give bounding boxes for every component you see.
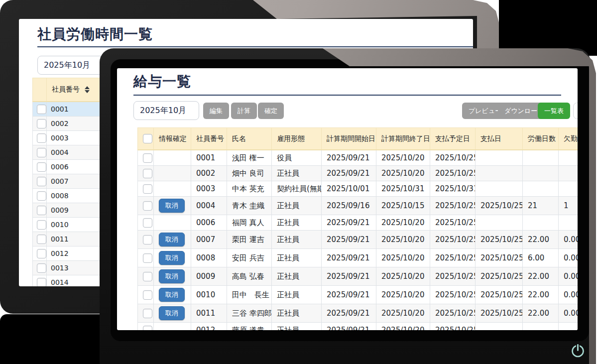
- row-checkbox[interactable]: [37, 119, 46, 128]
- cancel-button[interactable]: 取消: [159, 199, 185, 213]
- employee-name: 田中 長生: [227, 286, 272, 304]
- backdrop-dark-bottomleft: [0, 314, 101, 364]
- row-checkbox[interactable]: [143, 218, 152, 228]
- cancel-cell: [154, 323, 191, 331]
- header-4[interactable]: 計算期間開始日: [322, 128, 376, 150]
- calc-period-start: 2025/09/21: [322, 231, 376, 249]
- cancel-button[interactable]: 取消: [159, 269, 185, 283]
- header-3[interactable]: 雇用形態: [272, 128, 322, 150]
- cancel-button[interactable]: 取消: [159, 251, 185, 265]
- cancel-button[interactable]: 取消: [159, 288, 185, 302]
- checkbox-cell: [33, 145, 47, 160]
- row-checkbox[interactable]: [37, 263, 46, 273]
- row-checkbox[interactable]: [143, 272, 152, 281]
- row-checkbox[interactable]: [143, 309, 152, 318]
- header-9[interactable]: 欠勤日数: [559, 128, 578, 150]
- checkbox-cell: [33, 160, 47, 174]
- paid-date: [476, 323, 523, 331]
- planned-pay-date: 2025/10/31: [430, 181, 476, 197]
- header-5[interactable]: 計算期間終了日: [376, 128, 430, 150]
- checkbox-cell: [138, 215, 154, 231]
- work-days: 22.00: [523, 267, 559, 286]
- row-checkbox[interactable]: [143, 253, 152, 263]
- table-row: 0003中本 英充契約社員(無期)2025/10/012025/10/31202…: [138, 181, 578, 197]
- employment-type: 正社員: [272, 286, 322, 304]
- header-1[interactable]: 社員番号: [191, 128, 227, 150]
- absent-days: [559, 181, 578, 197]
- row-checkbox[interactable]: [37, 177, 46, 186]
- backdrop-dark-topright: [499, 0, 597, 56]
- row-checkbox[interactable]: [143, 153, 152, 163]
- row-checkbox[interactable]: [37, 235, 46, 244]
- salary-table: 情報確定社員番号氏名雇用形態計算期間開始日計算期間終了日支払予定日支払日労働日数…: [137, 127, 578, 330]
- calculate-button[interactable]: 計算: [231, 103, 257, 119]
- employee-name: 浅田 権一: [227, 150, 272, 166]
- row-checkbox[interactable]: [37, 249, 46, 258]
- cancel-button[interactable]: 取消: [159, 306, 185, 320]
- header-6[interactable]: 支払予定日: [430, 128, 476, 150]
- row-checkbox[interactable]: [37, 133, 46, 143]
- paid-date: [476, 166, 523, 181]
- row-checkbox[interactable]: [37, 191, 46, 201]
- row-checkbox[interactable]: [143, 184, 152, 194]
- planned-pay-date: 2025/10/25: [430, 304, 476, 323]
- employee-code: 0012: [191, 323, 227, 331]
- header-8[interactable]: 労働日数: [523, 128, 559, 150]
- checkbox-cell: [33, 232, 47, 246]
- header-0[interactable]: 情報確定: [154, 128, 191, 150]
- row-checkbox[interactable]: [143, 326, 152, 331]
- calc-period-start: 2025/09/16: [322, 197, 376, 215]
- row-checkbox[interactable]: [143, 235, 152, 244]
- employee-code: 0006: [191, 215, 227, 231]
- row-checkbox[interactable]: [37, 105, 46, 114]
- month-select-value: 2025年10月: [44, 60, 90, 71]
- employee-name: 高島 弘春: [227, 267, 272, 286]
- cancel-cell: 取消: [154, 267, 191, 286]
- cancel-cell: [154, 150, 191, 166]
- table-row: 0001浅田 権一役員2025/09/212025/10/202025/10/2…: [138, 150, 578, 166]
- row-checkbox[interactable]: [143, 201, 152, 211]
- row-checkbox[interactable]: [143, 290, 152, 300]
- employee-code: 0002: [191, 166, 227, 181]
- list-button[interactable]: 一覧表: [538, 103, 570, 119]
- calc-period-start: 2025/10/01: [322, 181, 376, 197]
- edit-button[interactable]: 編集: [203, 103, 229, 119]
- checkbox-cell: [138, 150, 154, 166]
- cancel-button[interactable]: 取消: [159, 233, 185, 246]
- work-days: [523, 323, 559, 331]
- planned-pay-date: 2025/10/25: [430, 215, 476, 231]
- row-checkbox[interactable]: [37, 148, 46, 157]
- employment-type: 契約社員(無期): [272, 181, 322, 197]
- partial-button[interactable]: [573, 103, 578, 119]
- checkbox-cell: [33, 246, 47, 261]
- table-row: 取消0011三谷 幸四郎正社員2025/09/212025/10/202025/…: [138, 304, 578, 323]
- cancel-cell: 取消: [154, 231, 191, 249]
- row-checkbox[interactable]: [37, 162, 46, 172]
- calc-period-end: 2025/10/20: [376, 323, 430, 331]
- work-days: 22.00: [523, 231, 559, 249]
- paid-date: 2025/10/25: [476, 267, 523, 286]
- calc-period-end: 2025/10/20: [376, 231, 430, 249]
- calc-period-start: 2025/09/21: [322, 304, 376, 323]
- employee-name: 栗田 運吉: [227, 231, 272, 249]
- row-checkbox[interactable]: [143, 169, 152, 178]
- planned-pay-date: 2025/10/25: [430, 286, 476, 304]
- header-7[interactable]: 支払日: [476, 128, 523, 150]
- row-checkbox[interactable]: [37, 220, 46, 230]
- cancel-cell: [154, 181, 191, 197]
- work-days: 22.00: [523, 304, 559, 323]
- employment-type: 正社員: [272, 197, 322, 215]
- row-checkbox[interactable]: [37, 206, 46, 215]
- select-all-checkbox[interactable]: [143, 134, 152, 143]
- absent-days: 0.00: [559, 267, 578, 286]
- work-days: [523, 166, 559, 181]
- confirm-button[interactable]: 確定: [258, 103, 284, 119]
- table-row: 取消0010田中 長生正社員2025/09/212025/10/202025/1…: [138, 286, 578, 304]
- row-checkbox[interactable]: [37, 278, 46, 287]
- work-days: [523, 181, 559, 197]
- cancel-cell: 取消: [154, 286, 191, 304]
- header-2[interactable]: 氏名: [227, 128, 272, 150]
- sort-icon[interactable]: [85, 86, 90, 93]
- month-select[interactable]: 2025年10月: [133, 101, 199, 120]
- calc-period-end: 2025/10/20: [376, 215, 430, 231]
